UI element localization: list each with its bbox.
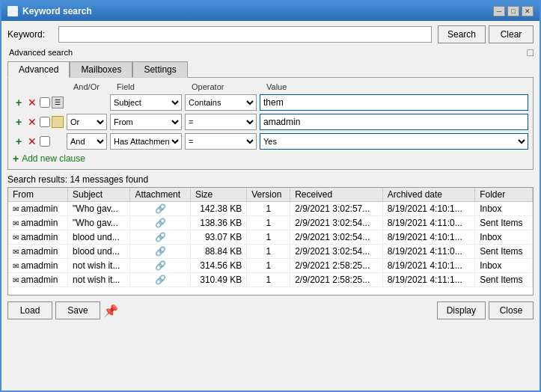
cell-size: 142.38 KB	[190, 202, 246, 216]
clause-2-remove-btn[interactable]: ✕	[26, 116, 38, 128]
cell-version: 1	[247, 273, 290, 287]
title-bar: Keyword search ─ □ ✕	[1, 1, 540, 21]
tab-advanced[interactable]: Advanced	[7, 61, 70, 78]
clause-3-operator-select[interactable]: = !=	[185, 133, 257, 150]
clause-row-2: + ✕ Or And From Subject Has Attachment	[13, 114, 528, 130]
cell-attachment: 🔗	[130, 216, 190, 230]
results-table: From Subject Attachment Size Version Rec…	[8, 188, 533, 287]
window-body: Keyword: Search Clear Advanced search □ …	[1, 21, 540, 391]
cell-archived: 8/19/2021 4:10:1...	[382, 230, 474, 245]
clause-2-add-btn[interactable]: +	[13, 116, 25, 128]
cell-from: ✉amadmin	[8, 245, 68, 259]
cell-version: 1	[247, 230, 290, 245]
clause-2-actions: + ✕	[13, 116, 64, 128]
cell-version: 1	[247, 202, 290, 216]
search-panel: And/Or Field Operator Value + ✕ ☰ Sub	[7, 77, 534, 170]
clause-2-operator-select[interactable]: = != Contains	[185, 114, 257, 130]
cell-received: 2/9/2021 3:02:54...	[290, 216, 382, 230]
col-received: Received	[290, 188, 382, 202]
cell-from: ✉amadmin	[8, 230, 68, 245]
clause-3-field-select[interactable]: Has Attachment From Subject	[110, 133, 182, 150]
add-clause-row[interactable]: + Add new clause	[13, 153, 528, 165]
cell-received: 2/9/2021 3:02:57...	[290, 202, 382, 216]
clause-3-add-btn[interactable]: +	[13, 135, 25, 147]
results-section: Search results: 14 messages found From S…	[7, 174, 534, 295]
clause-3-value-select[interactable]: Yes No	[260, 133, 528, 150]
collapse-icon[interactable]: □	[528, 46, 534, 58]
clause-2-checkbox[interactable]	[40, 117, 50, 127]
clause-2-value-input[interactable]	[260, 114, 528, 130]
clause-row-1: + ✕ ☰ Subject From Has Attachment Contai…	[13, 94, 528, 111]
cell-from: ✉amadmin	[8, 202, 68, 216]
table-row[interactable]: ✉amadmin "Who gav... 🔗 138.36 KB 1 2/9/2…	[8, 216, 533, 230]
cell-folder: Inbox	[475, 202, 533, 216]
cell-subject: blood und...	[68, 245, 130, 259]
save-button[interactable]: Save	[55, 301, 100, 319]
bottom-right: Display Close	[437, 301, 534, 319]
clause-1-operator-select[interactable]: Contains Does not contain =	[185, 94, 257, 111]
window-title: Keyword search	[22, 6, 92, 16]
cell-archived: 8/19/2021 4:11:0...	[382, 245, 474, 259]
tabs-row: Advanced Mailboxes Settings	[7, 61, 534, 78]
maximize-button[interactable]: □	[507, 6, 519, 16]
table-row[interactable]: ✉amadmin not wish it... 🔗 310.49 KB 1 2/…	[8, 273, 533, 287]
table-row[interactable]: ✉amadmin blood und... 🔗 93.07 KB 1 2/9/2…	[8, 230, 533, 245]
clear-button[interactable]: Clear	[489, 25, 534, 43]
cell-subject: "Who gav...	[68, 202, 130, 216]
window-icon	[7, 6, 18, 16]
display-button[interactable]: Display	[437, 301, 486, 319]
col-folder: Folder	[475, 188, 533, 202]
clause-3-andor-select[interactable]: And Or	[67, 133, 107, 150]
email-icon: ✉	[13, 262, 19, 270]
tabs-container: Advanced Mailboxes Settings And/Or Field…	[7, 61, 534, 170]
col-version: Version	[247, 188, 290, 202]
minimize-button[interactable]: ─	[493, 6, 505, 16]
table-row[interactable]: ✉amadmin "Who gav... 🔗 142.38 KB 1 2/9/2…	[8, 202, 533, 216]
clause-2-andor-select[interactable]: Or And	[67, 114, 107, 130]
cell-size: 138.36 KB	[190, 216, 246, 230]
cell-size: 310.49 KB	[190, 273, 246, 287]
clause-1-checkbox[interactable]	[40, 97, 50, 108]
email-icon: ✉	[13, 205, 19, 213]
operator-header: Operator	[192, 82, 263, 91]
cell-from: ✉amadmin	[8, 259, 68, 273]
clause-1-add-btn[interactable]: +	[13, 97, 25, 108]
clause-1-field-select[interactable]: Subject From Has Attachment	[110, 94, 182, 111]
bottom-left: Load Save 📌	[7, 301, 118, 319]
close-window-button[interactable]: Close	[489, 301, 534, 319]
results-label: Search results: 14 messages found	[7, 174, 534, 185]
cell-version: 1	[247, 245, 290, 259]
col-from: From	[8, 188, 68, 202]
cell-subject: "Who gav...	[68, 216, 130, 230]
keyword-input[interactable]	[58, 26, 432, 43]
cell-attachment: 🔗	[130, 245, 190, 259]
clause-1-list-icon[interactable]: ☰	[52, 97, 64, 108]
add-clause-label: Add new clause	[22, 153, 85, 164]
table-row[interactable]: ✉amadmin not wish it... 🔗 314.56 KB 1 2/…	[8, 259, 533, 273]
tab-settings[interactable]: Settings	[132, 61, 187, 78]
load-button[interactable]: Load	[7, 301, 52, 319]
results-table-wrap: From Subject Attachment Size Version Rec…	[7, 187, 534, 295]
cell-subject: not wish it...	[68, 259, 130, 273]
clause-3-actions: + ✕	[13, 135, 64, 147]
email-icon: ✉	[13, 276, 19, 284]
clause-3-remove-btn[interactable]: ✕	[26, 135, 38, 147]
clause-2-field-select[interactable]: From Subject Has Attachment	[110, 114, 182, 130]
table-row[interactable]: ✉amadmin blood und... 🔗 88.84 KB 1 2/9/2…	[8, 245, 533, 259]
cell-subject: not wish it...	[68, 273, 130, 287]
clause-3-checkbox[interactable]	[40, 136, 50, 147]
andor-header: And/Or	[73, 82, 114, 91]
cell-subject: blood und...	[68, 230, 130, 245]
cell-folder: Sent Items	[475, 273, 533, 287]
clause-1-remove-btn[interactable]: ✕	[26, 97, 38, 108]
cell-archived: 8/19/2021 4:10:1...	[382, 202, 474, 216]
cell-archived: 8/19/2021 4:10:1...	[382, 259, 474, 273]
cell-archived: 8/19/2021 4:11:0...	[382, 216, 474, 230]
close-button[interactable]: ✕	[522, 6, 534, 16]
tab-mailboxes[interactable]: Mailboxes	[70, 61, 132, 78]
clause-1-value-input[interactable]	[260, 94, 528, 111]
search-button[interactable]: Search	[438, 25, 486, 43]
pin-icon[interactable]: 📌	[103, 304, 118, 318]
cell-received: 2/9/2021 2:58:25...	[290, 273, 382, 287]
cell-folder: Inbox	[475, 230, 533, 245]
